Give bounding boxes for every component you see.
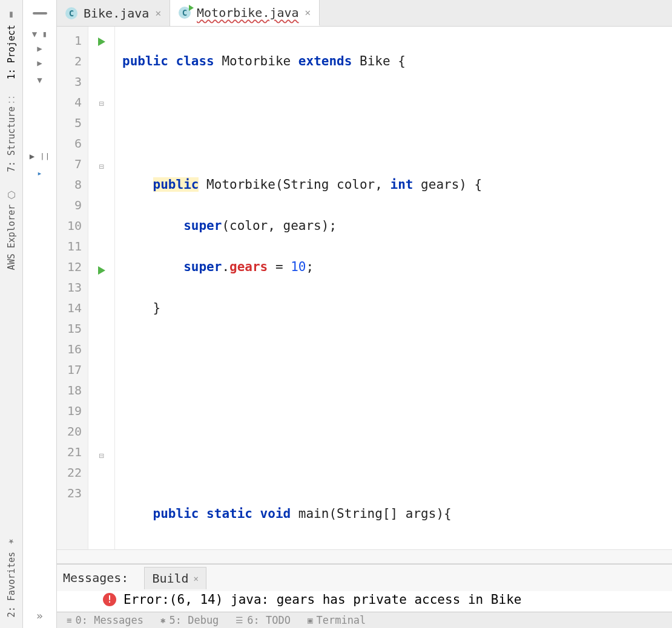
tab-label: Bike.java: [84, 6, 149, 21]
todo-icon: ☰: [236, 615, 243, 625]
run-gutter-icon[interactable]: [98, 38, 105, 46]
status-debug[interactable]: ✱5: Debug: [160, 614, 219, 626]
fold-end-icon[interactable]: ⊟: [99, 451, 104, 460]
terminal-icon: ▣: [308, 615, 312, 625]
messages-panel: Messages: Build ✕ ! Error:(6, 14) java: …: [57, 564, 672, 612]
tree-expand-icon[interactable]: ▼ ▮: [32, 29, 47, 39]
code-area[interactable]: public class Motorbike extends Bike { pu…: [115, 27, 672, 549]
status-todo[interactable]: ☰6: TODO: [236, 614, 291, 626]
folder-icon: ▮: [5, 10, 17, 21]
gutter-marks: ⊟ ⊟ ⊟: [88, 27, 115, 549]
messages-icon: ≡: [67, 615, 71, 625]
breadcrumb-bar: [57, 549, 672, 564]
tree-expand-icon[interactable]: ▼: [37, 75, 42, 85]
class-icon: C: [65, 7, 77, 19]
line-number-gutter: 1 2 3 4 5 6 7 8 9 10 11 12 13 14 15 16 1…: [57, 27, 88, 549]
run-gutter-icon[interactable]: [98, 266, 105, 275]
status-bar: ≡0: Messages ✱5: Debug ☰6: TODO ▣Termina…: [57, 612, 672, 628]
error-text: Error:(6, 14) java: gears has private ac…: [124, 592, 521, 607]
status-terminal[interactable]: ▣Terminal: [308, 614, 366, 626]
error-icon: !: [103, 593, 116, 606]
terminal-icon[interactable]: ▸: [37, 168, 42, 178]
messages-title: Messages:: [63, 571, 128, 585]
structure-icon: ⸬: [5, 96, 17, 103]
tree-expand-icon[interactable]: ▶: [37, 58, 42, 68]
tree-expand-icon[interactable]: ▶: [37, 44, 42, 53]
error-row[interactable]: ! Error:(6, 14) java: gears has private …: [57, 591, 672, 612]
play-icon[interactable]: ▶ ❘❘: [30, 151, 50, 161]
tab-motorbike[interactable]: C Motorbike.java ✕: [170, 0, 320, 26]
status-messages[interactable]: ≡0: Messages: [67, 614, 143, 626]
rail-project[interactable]: 1: Project▮: [5, 10, 17, 79]
close-icon[interactable]: ✕: [155, 7, 161, 19]
expand-chevron-icon[interactable]: »: [36, 609, 43, 622]
close-icon[interactable]: ✕: [194, 574, 199, 583]
code-editor[interactable]: 1 2 3 4 5 6 7 8 9 10 11 12 13 14 15 16 1…: [57, 27, 672, 549]
rail-structure[interactable]: 7: Structure⸬: [5, 96, 17, 172]
star-icon: ★: [5, 537, 17, 548]
messages-tab-build[interactable]: Build ✕: [144, 567, 206, 589]
rail-aws[interactable]: AWS Explorer⬡: [5, 189, 17, 270]
fold-end-icon[interactable]: ⊟: [99, 162, 104, 171]
fold-icon[interactable]: ⊟: [99, 99, 104, 108]
cube-icon: ⬡: [5, 189, 17, 201]
bug-icon: ✱: [160, 615, 165, 625]
close-icon[interactable]: ✕: [305, 7, 311, 18]
rail-favorites[interactable]: 2: Favorites★: [5, 537, 17, 617]
class-run-icon: C: [179, 7, 191, 19]
project-tree-collapsed: ▼ ▮ ▶ ▶ ▼ ▶ ❘❘ ▸ »: [23, 0, 57, 628]
tab-bike[interactable]: C Bike.java ✕: [57, 0, 170, 26]
minimize-icon[interactable]: [33, 12, 47, 15]
tab-label: Motorbike.java: [197, 5, 299, 20]
left-tool-rail: 1: Project▮ 7: Structure⸬ AWS Explorer⬡ …: [0, 0, 23, 628]
editor-tabs: C Bike.java ✕ C Motorbike.java ✕: [57, 0, 672, 27]
